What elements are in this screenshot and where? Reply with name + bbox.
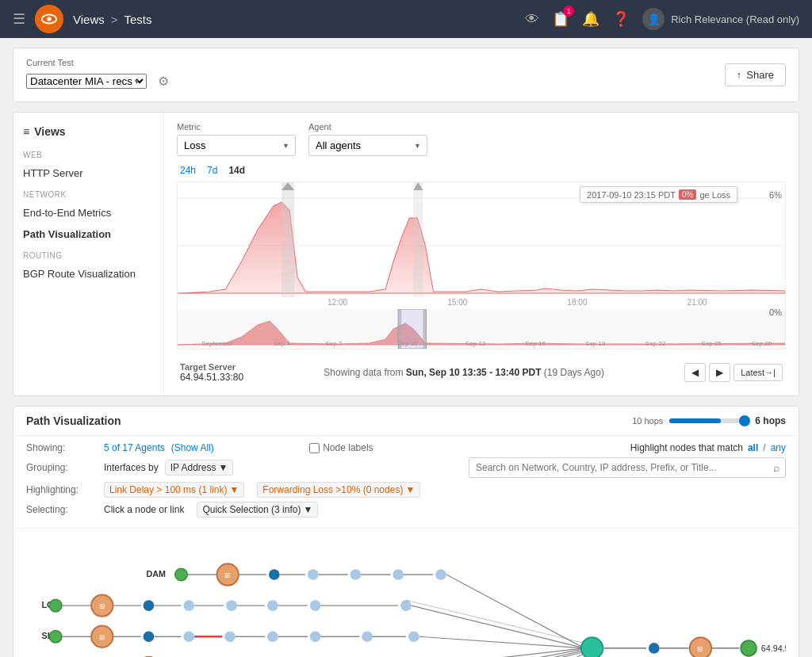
help-icon[interactable]: ❓ [612,10,630,28]
current-test-label: Current Test [26,58,172,67]
link-delay-dropdown[interactable]: Link Delay > 100 ms (1 link) ▼ [104,482,244,498]
svg-text:September: September [201,340,233,347]
target-server-value: 64.94.51.33:80 [180,372,243,383]
eye-icon[interactable]: 👁 [525,11,539,28]
svg-line-62 [406,600,583,643]
quick-selection-dropdown[interactable]: Quick Selection (3 info) ▼ [197,502,318,518]
agent-label: Agent [308,122,427,132]
views-sidebar: ≡ Views WEB HTTP Server NETWORK End-to-E… [13,113,164,395]
svg-point-56 [267,600,278,611]
highlight-nodes-label: Highlight nodes that match [630,442,743,453]
svg-point-54 [226,600,237,611]
svg-point-52 [183,600,194,611]
sidebar-item-end-to-end[interactable]: End-to-End Metrics [13,202,163,223]
svg-point-34 [269,569,280,580]
metric-label: Metric [177,122,296,132]
notification-icon[interactable]: 📋 1 [552,10,569,28]
test-bar: Current Test Datacenter MIA - recs ⚙ ↑ S… [13,48,799,102]
share-button[interactable]: ↑ Share [725,63,786,86]
search-input[interactable] [469,457,786,478]
nav-controls: ◀ ▶ Latest→| [684,363,783,382]
fwd-loss-dropdown[interactable]: Forwarding Loss >10% (0 nodes) ▼ [257,482,420,498]
svg-point-79 [362,631,373,642]
svg-point-60 [400,600,412,611]
svg-point-1 [47,17,52,21]
sidebar-item-http-server[interactable]: HTTP Server [13,162,163,184]
svg-text:18:00: 18:00 [567,298,588,307]
node-labels-check[interactable]: Node labels [309,442,373,453]
show-all-link[interactable]: (Show All) [171,442,214,453]
svg-text:Sep 13: Sep 13 [465,340,486,347]
time-btn-24h[interactable]: 24h [177,164,199,177]
section-label-web: WEB [13,144,163,162]
svg-point-138 [649,643,660,654]
svg-line-43 [446,575,584,648]
svg-point-64 [49,630,62,643]
chart-pct-top: 6% [769,190,782,200]
node-labels-checkbox[interactable] [309,443,320,453]
svg-text:⊞: ⊞ [697,645,703,653]
grouping-label: Grouping: [26,462,98,473]
svg-text:Sep 16: Sep 16 [525,340,546,347]
path-viz-header: Path Visualization 10 hops 6 hops [13,407,799,436]
user-menu[interactable]: 👤 Rich Relevance (Read only) [642,8,799,30]
hops-slider-thumb [739,415,750,426]
path-viz-title: Path Visualization [26,414,121,427]
svg-point-81 [408,631,419,642]
notification-badge: 1 [563,6,574,17]
views-header: ≡ Views [13,122,163,144]
svg-text:⊞: ⊞ [99,602,105,610]
breadcrumb-sep: > [111,13,118,26]
metric-selector-group: Metric Loss [177,122,296,156]
svg-text:64.94.51.33: 64.94.51.33 [761,644,786,653]
section-label-routing: ROUTING [13,245,163,263]
svg-point-42 [435,569,446,580]
sidebar-item-bgp[interactable]: BGP Route Visualization [13,263,163,285]
test-bar-left: Current Test Datacenter MIA - recs ⚙ [26,58,172,92]
section-label-network: NETWORK [13,184,163,202]
path-controls: Showing: 5 of 17 Agents (Show All) Node … [13,436,799,529]
breadcrumb-views[interactable]: Views [73,13,105,26]
next-button[interactable]: ▶ [709,363,730,382]
bell-icon[interactable]: 🔔 [582,10,599,28]
breadcrumb: Views > Tests [73,13,152,26]
time-range-row: 24h 7d 14d [177,164,786,177]
svg-line-104 [414,648,584,657]
chart-tooltip: 2017-09-10 23:15 PDT 0% ge Loss [580,186,737,203]
metric-select[interactable]: Loss [177,135,296,156]
dropdown-arrow-2: ▼ [229,484,239,495]
svg-text:Sep 10: Sep 10 [397,340,418,347]
svg-text:Sep 25: Sep 25 [701,340,722,347]
agent-select[interactable]: All agents [308,135,427,156]
chart-pct-bottom: 0% [769,307,782,317]
ip-address-dropdown[interactable]: IP Address ▼ [165,460,234,476]
highlight-any[interactable]: any [771,442,786,453]
highlight-sep: / [763,442,765,453]
sidebar-item-path-viz[interactable]: Path Visualization [13,223,163,245]
svg-point-29 [175,568,188,581]
time-btn-7d[interactable]: 7d [204,164,220,177]
highlight-all[interactable]: all [748,442,758,453]
svg-point-143 [741,640,756,656]
breadcrumb-current: Tests [124,13,152,26]
test-select[interactable]: Datacenter MIA - recs [26,74,147,89]
network-graph-svg[interactable]: DAM ⊞ [26,541,786,657]
hops-slider-track[interactable] [669,418,749,423]
svg-text:Sep 19: Sep 19 [585,340,606,347]
chart-footer: Target Server 64.94.51.33:80 Showing dat… [177,356,786,386]
latest-button[interactable]: Latest→| [733,364,783,381]
highlight-search: Highlight nodes that match all / any [469,442,786,453]
hamburger-icon[interactable]: ☰ [13,10,25,28]
hops-left-label: 10 hops [632,416,663,426]
showing-row: Showing: 5 of 17 Agents (Show All) Node … [26,442,786,453]
prev-button[interactable]: ◀ [684,363,706,382]
mini-chart-svg[interactable]: September Sep 4 Sep 7 Sep 10 Sep 13 Sep … [178,309,785,349]
dropdown-arrow-4: ▼ [303,504,312,515]
layers-icon: ≡ [23,125,29,138]
search-wrapper: ⌕ [469,457,786,478]
hops-slider-fill [669,418,721,423]
tooltip-label: ge Loss [699,190,730,200]
settings-icon[interactable]: ⚙ [155,71,172,92]
logo [35,5,63,33]
time-btn-14d[interactable]: 14d [225,164,248,177]
